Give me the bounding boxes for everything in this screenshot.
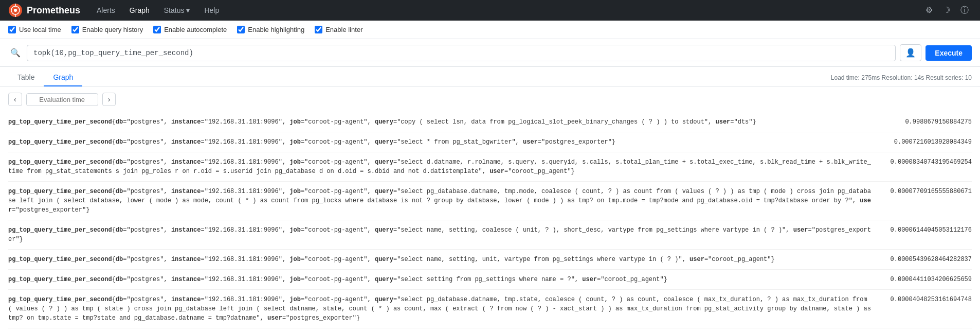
prev-time-btn[interactable]: ‹ [8,93,22,106]
nav-alerts[interactable]: Alerts [90,2,121,19]
tabs-left: Table Graph [8,69,82,86]
result-metric: pg_top_query_time_per_second{db="postgre… [8,117,871,127]
navbar: Prometheus Alerts Graph Status ▾ Help ⚙ … [0,0,980,21]
result-metric: pg_top_query_time_per_second{db="postgre… [8,187,871,215]
table-row: pg_top_query_time_per_second{db="postgre… [8,250,972,270]
query-bar: 🔍 👤 Execute [0,39,980,67]
enable-linter-checkbox[interactable] [315,26,322,33]
execute-button[interactable]: Execute [925,45,972,61]
checkbox-enable-linter[interactable]: Enable linter [315,26,362,33]
tab-table[interactable]: Table [8,69,44,86]
result-metric: pg_top_query_time_per_second{db="postgre… [8,225,871,244]
svg-point-2 [14,9,17,12]
tab-meta: Load time: 275ms Resolution: 14s Result … [831,74,972,81]
chevron-down-icon: ▾ [186,6,190,14]
brand-link[interactable]: Prometheus [8,3,80,18]
table-row: pg_top_query_time_per_second{db="postgre… [8,152,972,182]
enable-autocomplete-label: Enable autocomplete [164,26,227,33]
table-row: pg_top_query_time_per_second{db="postgre… [8,132,972,152]
result-metric: pg_top_query_time_per_second{db="postgre… [8,295,871,323]
user-icon-btn[interactable]: 👤 [900,44,921,61]
result-metric: pg_top_query_time_per_second{db="postgre… [8,275,871,284]
theme-icon-btn[interactable]: ☽ [940,4,953,16]
checkbox-enable-autocomplete[interactable]: Enable autocomplete [153,26,227,33]
result-value: 0.9988679150884275 [879,117,972,127]
eval-time-input[interactable] [26,93,98,106]
enable-autocomplete-checkbox[interactable] [153,26,161,33]
checkbox-use-local-time[interactable]: Use local time [8,26,61,33]
checkbox-enable-query-history[interactable]: Enable query history [71,26,143,33]
graph-controls: ‹ › [0,86,980,112]
navbar-right: ⚙ ☽ ⓘ [922,4,972,16]
enable-query-history-checkbox[interactable] [71,26,79,33]
result-value: 0.000044110342066256​59 [879,275,972,284]
result-value: 0.00005439628464282837 [879,255,972,264]
nav-status[interactable]: Status ▾ [158,2,196,19]
nav-links: Alerts Graph Status ▾ Help [90,2,225,19]
result-value: 0.00072160139280843​49 [879,137,972,147]
enable-linter-label: Enable linter [325,26,362,33]
enable-highlighting-label: Enable highlighting [248,26,304,33]
query-input[interactable] [27,45,896,61]
table-row: pg_top_query_time_per_second{db="postgre… [8,328,972,332]
checkbox-enable-highlighting[interactable]: Enable highlighting [237,26,304,33]
result-value: 0.000040482531616947​48 [879,295,972,304]
enable-highlighting-checkbox[interactable] [237,26,245,33]
tab-graph[interactable]: Graph [44,69,82,86]
result-value: 0.000061440450531121​76 [879,225,972,235]
prometheus-logo-icon [8,3,23,18]
table-row: pg_top_query_time_per_second{db="postgre… [8,270,972,290]
settings-icon-btn[interactable]: ⚙ [922,4,936,16]
toolbar: Use local timeEnable query historyEnable… [0,21,980,39]
table-row: pg_top_query_time_per_second{db="postgre… [8,182,972,220]
use-local-time-label: Use local time [19,26,61,33]
nav-graph[interactable]: Graph [123,2,156,19]
next-time-btn[interactable]: › [102,93,116,106]
table-row: pg_top_query_time_per_second{db="postgre… [8,220,972,250]
table-row: pg_top_query_time_per_second{db="postgre… [8,112,972,132]
result-metric: pg_top_query_time_per_second{db="postgre… [8,137,871,147]
info-icon-btn[interactable]: ⓘ [957,4,972,16]
results-container: pg_top_query_time_per_second{db="postgre… [0,112,980,332]
result-value: 0.00008340743195469254 [879,158,972,167]
result-metric: pg_top_query_time_per_second{db="postgre… [8,255,871,264]
use-local-time-checkbox[interactable] [8,26,16,33]
enable-query-history-label: Enable query history [82,26,143,33]
result-value: 0.000077091655558806​71 [879,187,972,196]
search-icon: 🔍 [8,48,23,58]
brand-label: Prometheus [27,5,80,16]
result-metric: pg_top_query_time_per_second{db="postgre… [8,158,871,176]
tabs-row: Table Graph Load time: 275ms Resolution:… [0,67,980,86]
table-row: pg_top_query_time_per_second{db="postgre… [8,290,972,328]
nav-help[interactable]: Help [198,2,225,19]
